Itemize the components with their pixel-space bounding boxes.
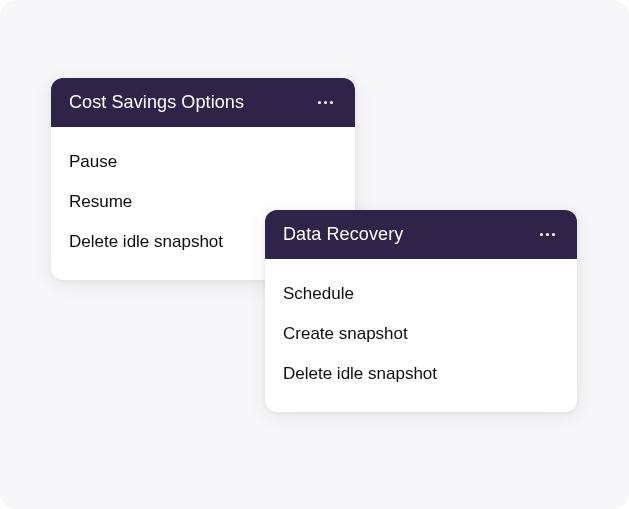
data-recovery-card: Data Recovery Schedule Create snapshot D… [265,210,577,412]
menu-item-schedule[interactable]: Schedule [265,274,577,314]
card-header: Cost Savings Options [51,78,355,127]
canvas: Cost Savings Options Pause Resume Delete… [0,0,629,509]
card-header: Data Recovery [265,210,577,259]
more-icon[interactable] [536,229,559,240]
card-title: Data Recovery [283,224,403,245]
menu-item-pause[interactable]: Pause [51,142,355,182]
card-body: Schedule Create snapshot Delete idle sna… [265,259,577,412]
menu-item-delete-idle-snapshot[interactable]: Delete idle snapshot [265,354,577,394]
card-title: Cost Savings Options [69,92,244,113]
menu-item-create-snapshot[interactable]: Create snapshot [265,314,577,354]
more-icon[interactable] [314,97,337,108]
